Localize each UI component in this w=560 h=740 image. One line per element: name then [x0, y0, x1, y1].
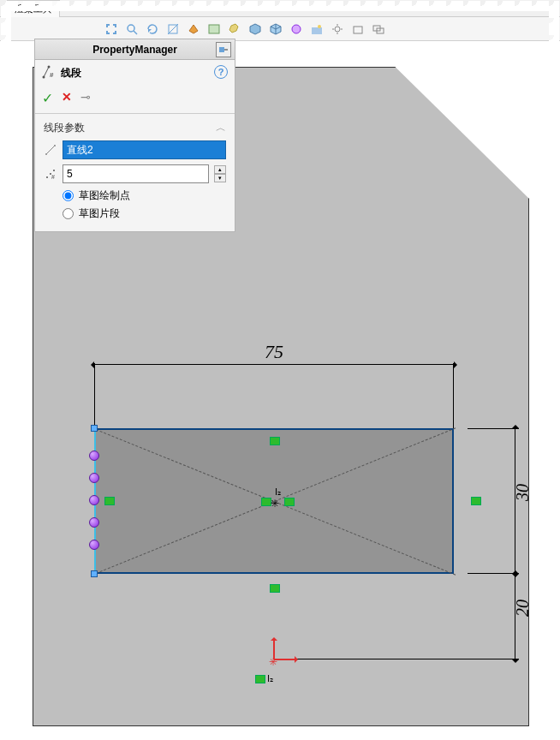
svg-point-5 [318, 25, 321, 28]
split-point[interactable] [89, 451, 99, 461]
pm-help-button[interactable]: ? [214, 65, 228, 79]
chevron-up-icon[interactable]: ︿ [216, 121, 226, 135]
toolbar-prev-view-icon[interactable] [144, 21, 161, 38]
svg-point-3 [292, 25, 301, 33]
svg-point-18 [53, 170, 55, 171]
svg-point-14 [45, 153, 47, 155]
pm-cancel-button[interactable]: ✕ [62, 90, 72, 106]
toolbar-cube1-icon[interactable] [247, 21, 264, 38]
property-manager-panel: PropertyManager # 线段 ? ✓ ✕ ⊸ 线段参数 ︿ # ▴▾… [34, 39, 235, 232]
svg-point-12 [48, 66, 51, 69]
radio-sketch-points[interactable]: 草图绘制点 [63, 188, 226, 203]
horizontal-relation-icon[interactable] [270, 584, 280, 593]
pm-ok-button[interactable]: ✓ [42, 90, 53, 106]
vertical-relation-icon[interactable] [471, 497, 481, 505]
line-entity-icon [44, 143, 57, 157]
pm-section-params: 线段参数 ︿ # ▴▾ 草图绘制点 草图片段 [35, 114, 235, 231]
toolbar-plane2-icon[interactable] [370, 21, 387, 38]
spinner-down-icon[interactable]: ▾ [214, 174, 226, 182]
split-point[interactable] [89, 473, 99, 483]
center-mark-label: I₂ [275, 486, 281, 498]
vertical-relation-icon[interactable] [104, 497, 115, 505]
tab-bar: 渲染工具 [0, 0, 560, 17]
toolbar-orient-icon[interactable] [185, 21, 202, 38]
toolbar-hide-icon[interactable] [226, 21, 243, 38]
segment-count-input[interactable] [63, 164, 209, 183]
toolbar-zoom-area-icon[interactable] [123, 21, 140, 38]
pm-header-title: PropertyManager [92, 44, 177, 56]
dimension-width[interactable]: 75 [94, 364, 454, 365]
pm-feature-title: # 线段 ? [35, 60, 235, 87]
entity-selection-input[interactable] [63, 140, 226, 159]
svg-text:#: # [50, 71, 54, 79]
toolbar-plane1-icon[interactable] [349, 21, 366, 38]
radio-sketch-segments-label: 草图片段 [79, 206, 120, 221]
count-icon: # [44, 167, 57, 181]
svg-rect-7 [354, 27, 362, 33]
toolbar-zoom-fit-icon[interactable] [103, 21, 120, 38]
pm-section-header[interactable]: 线段参数 ︿ [44, 121, 226, 135]
horizontal-relation-icon[interactable] [270, 437, 280, 445]
svg-rect-10 [219, 47, 224, 52]
svg-point-0 [128, 25, 134, 32]
pm-pin-button[interactable] [216, 42, 231, 57]
tab-render-tools[interactable]: 渲染工具 [7, 0, 60, 17]
midpoint-relation-icon[interactable] [284, 498, 295, 506]
svg-point-11 [43, 76, 45, 79]
view-toolbar [0, 17, 560, 41]
pm-section-label: 线段参数 [44, 121, 85, 135]
split-point[interactable] [89, 517, 99, 528]
pm-pushpin-button[interactable]: ⊸ [80, 90, 91, 106]
svg-rect-2 [209, 25, 219, 33]
radio-sketch-segments[interactable]: 草图片段 [63, 206, 226, 221]
toolbar-settings-icon[interactable] [329, 21, 346, 38]
origin-mark-label: I₂ [267, 673, 273, 684]
pm-confirm-bar: ✓ ✕ ⊸ [35, 87, 235, 114]
svg-text:#: # [51, 174, 55, 180]
sketch-point[interactable] [91, 570, 98, 577]
svg-rect-4 [312, 27, 322, 34]
toolbar-display-icon[interactable] [206, 21, 223, 38]
toolbar-appearance-icon[interactable] [288, 21, 305, 38]
origin-relation-icon[interactable] [255, 675, 265, 683]
spinner-up-icon[interactable]: ▴ [214, 165, 226, 174]
pm-feature-title-text: 线段 [61, 66, 81, 81]
svg-point-16 [46, 176, 48, 178]
dimension-height[interactable]: 30 [515, 428, 515, 574]
toolbar-section-icon[interactable] [164, 21, 182, 38]
radio-sketch-segments-input[interactable] [63, 208, 74, 219]
split-point[interactable] [89, 495, 99, 505]
radio-sketch-points-label: 草图绘制点 [79, 188, 130, 203]
svg-point-15 [54, 145, 56, 146]
svg-point-6 [335, 27, 340, 32]
radio-sketch-points-input[interactable] [63, 190, 74, 201]
coincident-icon: ✳ [271, 498, 280, 510]
dimension-offset-value[interactable]: 20 [513, 600, 533, 617]
segment-feature-icon: # [42, 65, 56, 81]
sketch-point[interactable] [91, 425, 98, 432]
toolbar-scene-icon[interactable] [308, 21, 325, 38]
dimension-offset[interactable]: 20 [515, 574, 515, 659]
count-spinner[interactable]: ▴▾ [214, 165, 226, 182]
dimension-width-value[interactable]: 75 [265, 341, 283, 363]
pm-header: PropertyManager [35, 39, 235, 60]
dimension-height-value[interactable]: 30 [513, 484, 533, 501]
split-point[interactable] [89, 540, 99, 550]
toolbar-cube2-icon[interactable] [267, 21, 284, 38]
